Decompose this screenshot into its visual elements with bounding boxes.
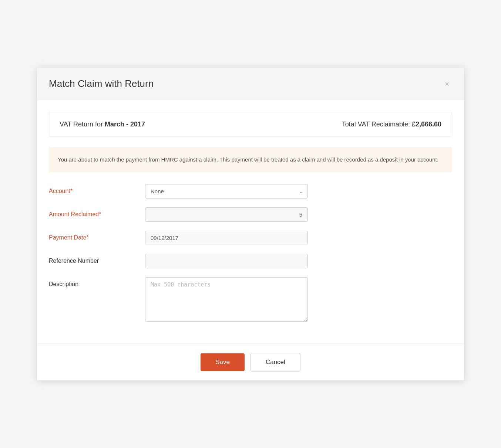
account-row: Account* None ⌄ [49, 184, 452, 198]
modal-footer: Save Cancel [37, 344, 464, 380]
vat-total-amount: £2,666.60 [412, 121, 441, 128]
amount-label: Amount Reclaimed* [49, 207, 145, 218]
account-control: None ⌄ [145, 184, 308, 198]
cancel-button[interactable]: Cancel [250, 353, 300, 371]
form-section: Account* None ⌄ Amount Reclaimed* [49, 184, 452, 341]
modal-title: Match Claim with Return [49, 78, 154, 89]
save-button[interactable]: Save [201, 353, 245, 371]
account-select[interactable]: None [145, 184, 308, 198]
reference-label: Reference Number [49, 254, 145, 264]
payment-date-row: Payment Date* [49, 231, 452, 245]
modal-body: VAT Return for March - 2017 Total VAT Re… [37, 100, 464, 341]
account-label: Account* [49, 184, 145, 194]
amount-input[interactable] [145, 207, 308, 222]
description-row: Description [49, 277, 452, 323]
vat-return-prefix: VAT Return for [60, 121, 105, 128]
vat-total: Total VAT Reclaimable: £2,666.60 [342, 121, 441, 128]
amount-row: Amount Reclaimed* [49, 207, 452, 222]
description-control [145, 277, 308, 323]
match-claim-modal: Match Claim with Return × VAT Return for… [37, 68, 464, 380]
vat-total-label: Total VAT Reclaimable: [342, 121, 412, 128]
vat-return-bar: VAT Return for March - 2017 Total VAT Re… [49, 112, 452, 137]
modal-header: Match Claim with Return × [37, 68, 464, 100]
close-button[interactable]: × [442, 79, 452, 89]
info-message: You are about to match the payment from … [49, 147, 452, 172]
vat-return-period: March - 2017 [105, 121, 145, 128]
account-select-wrapper: None ⌄ [145, 184, 308, 198]
payment-date-label: Payment Date* [49, 231, 145, 241]
description-label: Description [49, 277, 145, 288]
reference-input[interactable] [145, 254, 308, 268]
payment-date-input[interactable] [145, 231, 308, 245]
description-textarea[interactable] [145, 277, 308, 322]
reference-row: Reference Number [49, 254, 452, 268]
reference-control [145, 254, 308, 268]
vat-return-label: VAT Return for March - 2017 [60, 121, 145, 128]
payment-date-control [145, 231, 308, 245]
amount-control [145, 207, 308, 222]
